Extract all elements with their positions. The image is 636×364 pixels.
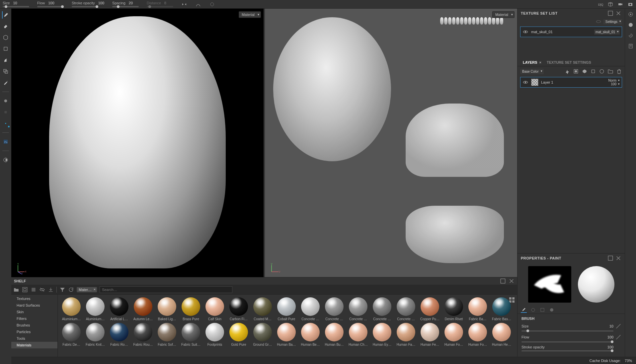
material-item[interactable]: Ground Gr… — [252, 323, 274, 346]
material-item[interactable]: Fabric Sof… — [156, 323, 178, 346]
properties-undock-icon[interactable] — [607, 255, 613, 261]
material-item[interactable]: Fabric Ro… — [108, 323, 130, 346]
layer-blend-mode-dropdown[interactable]: Norm — [608, 79, 620, 82]
camera-icon[interactable] — [617, 1, 623, 7]
material-item[interactable]: Human Be… — [299, 323, 321, 346]
pen-pressure-size-icon[interactable] — [615, 323, 621, 329]
layer-opacity-dropdown[interactable]: 100 — [611, 82, 620, 86]
material-item[interactable]: Concrete … — [371, 297, 393, 321]
iray-icon[interactable] — [2, 156, 9, 164]
effect-icon[interactable] — [564, 68, 570, 74]
material-picker-tool[interactable] — [2, 79, 9, 86]
shelf-import-icon[interactable] — [48, 287, 54, 293]
paint-tool[interactable] — [2, 11, 9, 19]
symmetry-icon[interactable] — [181, 1, 187, 7]
material-item[interactable]: Concrete … — [395, 297, 417, 321]
shelf-category-item[interactable]: Skin — [11, 309, 57, 315]
param-spacing[interactable]: Spacing 20 — [112, 1, 139, 7]
material-item[interactable]: Human He… — [491, 323, 513, 346]
clone-tool[interactable] — [2, 68, 9, 75]
material-item[interactable]: Concrete … — [323, 297, 345, 321]
prop-tab-alpha[interactable] — [530, 307, 536, 313]
material-item[interactable]: Fabric Rou… — [132, 323, 154, 346]
material-item[interactable]: Carbon Fi… — [228, 297, 250, 321]
polygon-fill-tool[interactable] — [2, 45, 9, 52]
material-item[interactable]: Gold Pure — [228, 323, 250, 346]
material-item[interactable]: Coated M… — [252, 297, 274, 321]
material-item[interactable]: Artificial L… — [108, 297, 130, 321]
prop-tab-material[interactable] — [549, 307, 555, 313]
texture-set-close-icon[interactable] — [615, 10, 621, 16]
mask-icon[interactable] — [573, 68, 579, 74]
display-settings-icon[interactable] — [628, 11, 634, 17]
shelf-view-grid-icon[interactable] — [509, 297, 515, 303]
material-item[interactable]: Copper Pu… — [419, 297, 441, 321]
shelf-search-input[interactable] — [100, 286, 232, 293]
material-item[interactable]: Baked Lig… — [156, 297, 178, 321]
axis-gizmo-2d[interactable]: VU — [269, 262, 281, 274]
tab-texture-set-settings[interactable]: TEXTURE SET SETTINGS — [544, 59, 594, 66]
shelf-close-icon[interactable] — [509, 278, 515, 284]
material-item[interactable]: Human Ba… — [276, 323, 297, 346]
texture-set-visibility-icon[interactable] — [596, 19, 601, 25]
param-flow[interactable]: Flow 100 — [37, 1, 64, 7]
delete-layer-icon[interactable] — [616, 68, 622, 74]
shelf-category-item[interactable]: Tools — [11, 335, 57, 342]
prop-tab-stencil[interactable] — [539, 307, 545, 313]
shelf-category-item[interactable]: Brushes — [11, 322, 57, 328]
material-item[interactable]: Human Fa… — [395, 323, 417, 346]
eye-icon[interactable] — [522, 29, 528, 35]
material-item[interactable]: Aluminium… — [60, 297, 82, 321]
material-item[interactable]: Fabric Suit… — [180, 323, 202, 346]
material-item[interactable]: Concrete … — [347, 297, 369, 321]
smudge-tool[interactable] — [2, 56, 9, 64]
log-icon[interactable] — [628, 43, 634, 49]
add-folder-icon[interactable] — [607, 68, 613, 74]
material-item[interactable]: Human Bu… — [323, 323, 345, 346]
channel-dropdown[interactable]: Base Color — [520, 69, 544, 74]
texture-set-item[interactable]: mat_skull_01 mat_skull_01 — [520, 27, 622, 37]
prop-flow-slider[interactable] — [521, 341, 613, 342]
material-item[interactable]: Calf Skin — [204, 297, 226, 321]
material-item[interactable]: Human Ch… — [347, 323, 369, 346]
material-item[interactable]: Human Ey… — [371, 323, 393, 346]
shelf-refresh-icon[interactable] — [68, 287, 74, 293]
prop-size-slider[interactable] — [521, 330, 613, 331]
shelf-category-item[interactable]: Textures — [11, 295, 57, 302]
shelf-subshelf-icon[interactable] — [22, 287, 28, 293]
size-slider[interactable] — [3, 6, 29, 7]
material-item[interactable]: Human Fo… — [467, 323, 489, 346]
pen-pressure-flow-icon[interactable] — [615, 334, 621, 340]
flow-slider[interactable] — [37, 6, 64, 7]
material-item[interactable]: Cobalt Pure — [276, 297, 297, 321]
quick-mask-tool[interactable] — [2, 97, 9, 105]
eraser-tool[interactable] — [2, 23, 9, 30]
spacing-slider[interactable] — [112, 6, 139, 7]
prop-tab-brush[interactable] — [521, 307, 527, 313]
material-item[interactable]: Fabric De… — [60, 323, 82, 346]
material-item[interactable]: Aluminium… — [84, 297, 106, 321]
shelf-category-item[interactable]: Hard Surfaces — [11, 302, 57, 309]
material-item[interactable]: Footprints — [204, 323, 226, 346]
shelf-category-item[interactable]: Filters — [11, 315, 57, 322]
shelf-category-item[interactable]: Particles — [11, 328, 57, 335]
photoshop-export-icon[interactable]: Ps — [2, 138, 9, 145]
add-fill-layer-icon[interactable] — [582, 68, 588, 74]
texture-set-link-dropdown[interactable]: mat_skull_01 — [594, 30, 620, 35]
viewer-settings-icon[interactable]: D|Q — [597, 1, 603, 7]
texture-set-undock-icon[interactable] — [607, 10, 613, 16]
viewport-3d[interactable]: Material YXZ — [11, 9, 264, 277]
viewport-3d-mode-dropdown[interactable]: Material — [239, 11, 261, 18]
add-smart-material-icon[interactable] — [599, 68, 605, 74]
stroke-opacity-slider[interactable] — [72, 6, 98, 7]
texture-set-settings-dropdown[interactable]: Settings — [603, 19, 622, 24]
add-layer-icon[interactable] — [590, 68, 596, 74]
tab-layers[interactable]: LAYERS — [520, 59, 544, 66]
material-item[interactable]: Concrete … — [299, 297, 321, 321]
material-item[interactable]: Human Fo… — [443, 323, 465, 346]
properties-close-icon[interactable] — [615, 255, 621, 261]
viewport-2d[interactable]: Material VU — [265, 9, 517, 277]
baking-tool[interactable] — [2, 120, 9, 127]
material-item[interactable]: Denim Rivet — [443, 297, 465, 321]
viewport-2d-mode-dropdown[interactable]: Material — [492, 11, 515, 18]
